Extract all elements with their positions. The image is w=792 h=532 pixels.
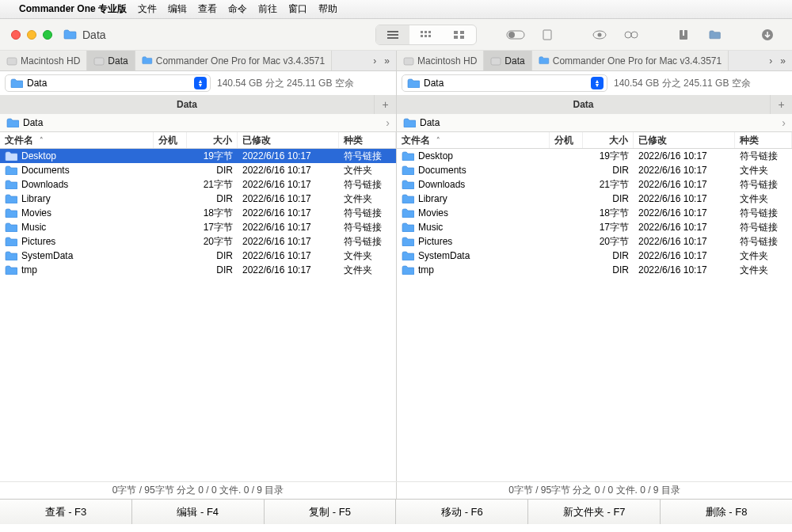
search-button[interactable] xyxy=(618,25,645,44)
zoom-window-button[interactable] xyxy=(43,30,52,40)
file-row-documents[interactable]: DocumentsDIR2022/6/16 10:17文件夹 xyxy=(0,163,396,177)
folder-button[interactable] xyxy=(702,25,729,44)
col-ext[interactable]: 分机 xyxy=(154,132,187,148)
right-path: Data › xyxy=(396,114,792,131)
file-size: DIR xyxy=(187,165,238,176)
file-row-pictures[interactable]: Pictures20字节2022/6/16 10:17符号链接 xyxy=(397,234,792,249)
file-name: Music xyxy=(21,222,46,233)
col-name[interactable]: 文件名˄ xyxy=(397,132,550,148)
title-folder-icon xyxy=(63,29,78,40)
chevron-right-icon[interactable]: › xyxy=(769,55,772,66)
new-tab-button[interactable]: + xyxy=(770,95,792,114)
file-row-systemdata[interactable]: SystemDataDIR2022/6/16 10:17文件夹 xyxy=(0,249,396,263)
file-row-downloads[interactable]: Downloads21字节2022/6/16 10:17符号链接 xyxy=(397,177,792,192)
svg-rect-1 xyxy=(387,31,398,32)
sort-asc-icon: ˄ xyxy=(40,132,44,148)
file-row-downloads[interactable]: Downloads21字节2022/6/16 10:17符号链接 xyxy=(0,177,396,192)
col-size[interactable]: 大小 xyxy=(187,132,238,148)
view-list-button[interactable] xyxy=(376,25,409,44)
columns-icon xyxy=(420,30,432,40)
file-modified: 2022/6/16 10:17 xyxy=(238,250,339,261)
file-name: Movies xyxy=(21,207,51,218)
f6-move-button[interactable]: 移动 - F6 xyxy=(396,500,528,524)
file-row-movies[interactable]: Movies18字节2022/6/16 10:17符号链接 xyxy=(397,206,792,220)
more-icon[interactable]: » xyxy=(780,55,786,66)
file-row-desktop[interactable]: Desktop19字节2022/6/16 10:17符号链接 xyxy=(0,149,396,163)
menu-view[interactable]: 查看 xyxy=(198,2,217,16)
svg-rect-4 xyxy=(421,31,423,33)
function-keys-row: 查看 - F3 编辑 - F4 复制 - F5 移动 - F6 新文件夹 - F… xyxy=(0,499,792,524)
f3-view-button[interactable]: 查看 - F3 xyxy=(0,500,132,524)
menu-help[interactable]: 帮助 xyxy=(318,2,337,16)
disk-icon xyxy=(93,56,105,66)
menu-go[interactable]: 前往 xyxy=(258,2,277,16)
crumb-data[interactable]: Data xyxy=(87,51,135,70)
panel-tab[interactable]: Data xyxy=(397,95,770,114)
chevron-right-icon[interactable]: › xyxy=(782,116,786,129)
file-row-desktop[interactable]: Desktop19字节2022/6/16 10:17符号链接 xyxy=(397,149,792,163)
panel-tab[interactable]: Data xyxy=(0,95,374,114)
f7-newfolder-button[interactable]: 新文件夹 - F7 xyxy=(528,500,661,524)
file-row-music[interactable]: Music17字节2022/6/16 10:17符号链接 xyxy=(0,220,396,234)
f8-delete-button[interactable]: 删除 - F8 xyxy=(661,500,792,524)
toggle-dualpane-button[interactable] xyxy=(502,25,529,44)
path-label[interactable]: Data xyxy=(420,117,440,128)
toolbar xyxy=(375,25,781,45)
file-row-library[interactable]: LibraryDIR2022/6/16 10:17文件夹 xyxy=(0,192,396,206)
location-selector[interactable]: Data ▲▼ xyxy=(5,74,211,92)
menu-window[interactable]: 窗口 xyxy=(288,2,307,16)
crumb-commander[interactable]: Commander One Pro for Mac v3.4.3571 xyxy=(532,51,729,70)
file-size: 21字节 xyxy=(583,178,634,192)
column-headers-row: 文件名˄ 分机 大小 已修改 种类 文件名˄ 分机 大小 已修改 种类 xyxy=(0,131,792,149)
file-row-tmp[interactable]: tmpDIR2022/6/16 10:17文件夹 xyxy=(0,263,396,277)
location-selector[interactable]: Data ▲▼ xyxy=(402,74,607,92)
file-row-pictures[interactable]: Pictures20字节2022/6/16 10:17符号链接 xyxy=(0,234,396,249)
file-size: 18字节 xyxy=(583,207,634,220)
file-kind: 符号链接 xyxy=(339,150,396,163)
quicklook-button[interactable] xyxy=(586,25,613,44)
menu-edit[interactable]: 编辑 xyxy=(168,2,187,16)
svg-rect-7 xyxy=(421,35,423,37)
f5-copy-button[interactable]: 复制 - F5 xyxy=(265,500,397,524)
col-ext[interactable]: 分机 xyxy=(550,132,583,148)
chevron-right-icon[interactable]: › xyxy=(386,116,390,129)
left-panel-tabs: Data + xyxy=(0,95,396,114)
col-modified[interactable]: 已修改 xyxy=(634,132,735,148)
menu-file[interactable]: 文件 xyxy=(138,2,157,16)
minimize-window-button[interactable] xyxy=(27,30,36,40)
left-file-pane[interactable]: Desktop19字节2022/6/16 10:17符号链接DocumentsD… xyxy=(0,149,396,481)
file-row-documents[interactable]: DocumentsDIR2022/6/16 10:17文件夹 xyxy=(397,163,792,177)
path-label[interactable]: Data xyxy=(23,117,43,128)
download-button[interactable] xyxy=(754,25,781,44)
file-row-systemdata[interactable]: SystemDataDIR2022/6/16 10:17文件夹 xyxy=(397,249,792,263)
view-columns-button[interactable] xyxy=(409,25,443,44)
location-label: Data xyxy=(27,78,47,89)
crumb-macintosh-hd[interactable]: Macintosh HD xyxy=(0,51,87,70)
file-modified: 2022/6/16 10:17 xyxy=(238,150,339,162)
menu-command[interactable]: 命令 xyxy=(228,2,247,16)
col-modified[interactable]: 已修改 xyxy=(238,132,339,148)
close-window-button[interactable] xyxy=(11,30,21,40)
f4-edit-button[interactable]: 编辑 - F4 xyxy=(132,500,265,524)
chevron-right-icon[interactable]: › xyxy=(373,55,376,66)
crumb-macintosh-hd[interactable]: Macintosh HD xyxy=(397,51,484,70)
col-kind[interactable]: 种类 xyxy=(339,132,396,148)
view-icon-button[interactable] xyxy=(443,25,476,44)
file-row-library[interactable]: LibraryDIR2022/6/16 10:17文件夹 xyxy=(397,192,792,206)
more-icon[interactable]: » xyxy=(384,55,390,66)
archive-button[interactable] xyxy=(670,25,697,44)
new-tab-button[interactable]: + xyxy=(374,95,396,114)
file-row-tmp[interactable]: tmpDIR2022/6/16 10:17文件夹 xyxy=(397,263,792,277)
crumb-commander[interactable]: Commander One Pro for Mac v3.4.3571 xyxy=(135,51,332,70)
col-name[interactable]: 文件名˄ xyxy=(0,132,154,148)
eye-icon xyxy=(592,30,607,40)
hidden-files-button[interactable] xyxy=(534,25,561,44)
file-row-movies[interactable]: Movies18字节2022/6/16 10:17符号链接 xyxy=(0,206,396,220)
window-title: Data xyxy=(82,28,106,41)
file-row-music[interactable]: Music17字节2022/6/16 10:17符号链接 xyxy=(397,220,792,234)
crumb-data[interactable]: Data xyxy=(484,51,531,70)
right-file-pane[interactable]: Desktop19字节2022/6/16 10:17符号链接DocumentsD… xyxy=(396,149,792,481)
app-name[interactable]: Commander One 专业版 xyxy=(19,2,127,16)
col-size[interactable]: 大小 xyxy=(583,132,634,148)
col-kind[interactable]: 种类 xyxy=(735,132,792,148)
